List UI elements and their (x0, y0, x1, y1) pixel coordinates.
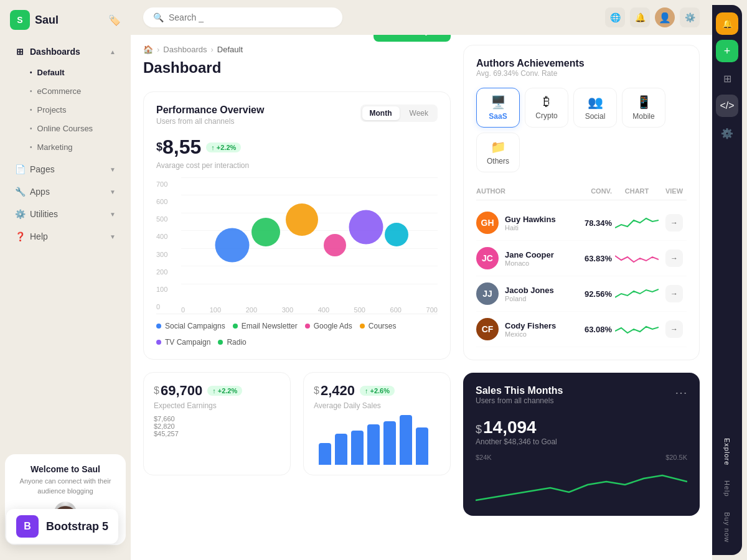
crypto-label: Crypto (535, 111, 557, 120)
header-notification-btn[interactable]: 🔔 (630, 7, 650, 27)
sales-amount: 14,094 (483, 418, 537, 437)
breadcrumb-sep1: › (157, 45, 159, 54)
performance-card-header: Performance Overview Users from all chan… (156, 105, 438, 126)
badge-arrow: ↑ (212, 387, 216, 394)
authors-header: Authors Achievements Avg. 69.34% Conv. R… (476, 58, 687, 78)
cat-tab-saas[interactable]: 🖥️ SaaS (476, 88, 520, 128)
cat-tab-crypto[interactable]: ₿ Crypto (525, 88, 568, 128)
performance-subtitle: Users from all channels (156, 117, 264, 126)
view-btn-4[interactable]: → (665, 320, 683, 338)
header-menu-btn[interactable]: ⚙️ (680, 7, 700, 27)
cat-tab-others[interactable]: 📁 Others (476, 133, 520, 172)
authors-conv-rate: Avg. 69.34% Conv. Rate (476, 69, 585, 78)
author-view-4: → (662, 320, 687, 338)
y-label-300: 300 (156, 251, 167, 258)
add-button[interactable]: + (716, 40, 738, 62)
legend-tv-campaign: TV Campaign (156, 338, 210, 347)
sidebar-item-pages[interactable]: 📄 Pages ▼ (5, 159, 126, 180)
author-info-2: Jane Cooper Monaco (505, 250, 568, 267)
metric-label: Avarage cost per interaction (156, 161, 438, 170)
bubble-chart: 700 600 500 400 300 200 100 0 (156, 177, 438, 314)
daily-label: Average Daily Sales (314, 401, 440, 410)
logo-badge: 🏷️ (108, 14, 121, 26)
grid-line-6 (181, 266, 438, 266)
badge-value: +2.2% (218, 387, 238, 394)
grid-line-7 (181, 284, 438, 284)
bar-7 (416, 427, 428, 465)
view-btn-2[interactable]: → (665, 250, 683, 267)
sidebar-logo: S Saul 🏷️ (0, 10, 131, 40)
search-icon: 🔍 (153, 12, 164, 22)
sparkline-3 (615, 286, 659, 302)
chart-y-labels: 700 600 500 400 300 200 100 0 (156, 177, 167, 314)
right-sidebar: 🔔 + ⊞ </> ⚙️ Explore Help Buy now (712, 5, 742, 555)
grid-line-2 (181, 195, 438, 195)
author-name-1: Guy Hawkins (505, 215, 568, 224)
metric-dollar-sign: $ (156, 141, 162, 154)
social-icon: 👥 (588, 95, 603, 110)
th-chart: CHART (612, 187, 662, 195)
sidebar-nav: ⊞ Dashboards ▲ Default eCommerce Project… (0, 40, 131, 449)
breadcrumb: 🏠 › Dashboards › Default (143, 45, 243, 54)
dollar-sign: $ (314, 385, 319, 396)
sidebar-item-help[interactable]: ❓ Help ▼ (5, 226, 126, 247)
author-row-3: JJ Jacob Jones Poland 92.56% → (476, 276, 687, 312)
author-avatar-1: GH (476, 212, 499, 234)
legend-dot (305, 324, 310, 329)
performance-card: Performance Overview Users from all chan… (143, 91, 451, 360)
right-panel: Authors Achievements Avg. 69.34% Conv. R… (463, 45, 700, 550)
bubble-3 (286, 203, 318, 236)
create-project-button[interactable]: Create Project (374, 35, 451, 42)
author-view-1: → (662, 214, 687, 231)
apps-icon: 🔧 (15, 187, 25, 197)
mobile-icon: 📱 (636, 95, 652, 110)
sidebar-subitem-default[interactable]: Default (5, 63, 126, 82)
cat-tab-mobile[interactable]: 📱 Mobile (622, 88, 665, 128)
tab-month[interactable]: Month (362, 106, 400, 120)
sparkline-1 (615, 215, 659, 231)
author-name-4: Cody Fishers (505, 321, 568, 330)
sidebar-subitem-ecommerce[interactable]: eCommerce (5, 82, 126, 100)
settings-icon[interactable]: ⚙️ (716, 122, 738, 144)
sidebar-subitem-projects[interactable]: Projects (5, 101, 126, 119)
search-input[interactable] (169, 12, 332, 22)
view-btn-3[interactable]: → (665, 285, 683, 302)
sales-amount-row: $ 14,094 (476, 413, 687, 437)
legend-label: Email Newsletter (242, 322, 298, 330)
author-info-3: Jacob Jones Poland (505, 286, 568, 302)
tab-week[interactable]: Week (402, 106, 436, 120)
chart-legend: Social Campaigns Email Newsletter Google… (156, 322, 438, 347)
mobile-label: Mobile (632, 112, 654, 121)
sidebar-subitem-online-courses[interactable]: Online Courses (5, 119, 126, 138)
metric-row: $ 8,55 ↑ +2.2% (156, 136, 438, 159)
sales-menu-icon[interactable]: ⋯ (675, 385, 687, 400)
sidebar-item-label: Utilities (30, 209, 58, 219)
author-country-2: Monaco (505, 259, 568, 267)
cat-tab-social[interactable]: 👥 Social (573, 88, 617, 128)
grid-icon[interactable]: ⊞ (716, 67, 738, 90)
legend-radio: Radio (218, 338, 246, 347)
search-bar[interactable]: 🔍 (143, 7, 342, 27)
breadcrumb-dashboards[interactable]: Dashboards (163, 45, 207, 54)
authors-title: Authors Achievements (476, 58, 585, 69)
sidebar-item-label: Apps (30, 187, 50, 197)
sidebar-item-apps[interactable]: 🔧 Apps ▼ (5, 181, 126, 202)
code-icon[interactable]: </> (716, 95, 738, 117)
author-view-2: → (662, 250, 687, 267)
sidebar-item-dashboards[interactable]: ⊞ Dashboards ▲ (5, 41, 126, 62)
breadcrumb-sep2: › (210, 45, 213, 54)
chart-area (181, 177, 438, 301)
header-avatar[interactable]: 👤 (655, 7, 675, 27)
notification-badge[interactable]: 🔔 (716, 12, 738, 35)
legend-dot (218, 340, 223, 345)
sales-header: Sales This Months Users from all channel… (476, 385, 687, 405)
expected-earnings-card: $ 69,700 ↑ +2.2% Expected Earnings $7,66… (143, 372, 291, 475)
sidebar-subitem-marketing[interactable]: Marketing (5, 138, 126, 156)
bubble-1 (215, 228, 250, 263)
header-settings-btn[interactable]: 🌐 (605, 7, 625, 27)
badge-value: +2.6% (370, 387, 390, 394)
sidebar-item-utilities[interactable]: ⚙️ Utilities ▼ (5, 203, 126, 225)
view-btn-1[interactable]: → (665, 214, 683, 231)
y-label-200: 200 (156, 268, 167, 276)
metric-badge: ↑ +2.2% (206, 142, 241, 152)
